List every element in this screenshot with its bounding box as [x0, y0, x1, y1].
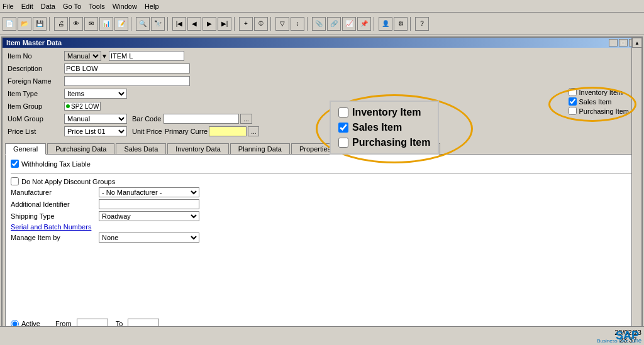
do-not-apply-checkbox[interactable]: [11, 177, 19, 185]
foreign-name-input[interactable]: [64, 76, 190, 86]
sp2-badge: SP2 LOW: [64, 102, 101, 111]
window-minimize[interactable]: _: [609, 39, 618, 47]
price-list-row: Price List Price List 01 Unit Price Prim…: [8, 126, 636, 137]
tab-content-general: Withholding Tax Liable Do Not Apply Disc…: [5, 155, 639, 345]
toolbar-word[interactable]: 📝: [114, 17, 128, 31]
toolbar-first[interactable]: |◀: [172, 17, 186, 31]
description-row: Description: [8, 63, 636, 74]
toolbar-preview[interactable]: 👁: [69, 17, 83, 31]
toolbar-sep5: [270, 17, 273, 31]
toolbar-settings[interactable]: ⚙: [394, 17, 408, 31]
serial-batch-label[interactable]: Serial and Batch Numbers: [11, 223, 99, 231]
window-title-bar: Item Master Data _ □ ×: [3, 38, 641, 48]
overlay-inventory-row: Inventory Item: [338, 107, 430, 118]
toolbar-chart[interactable]: 📈: [342, 17, 356, 31]
tab-sales-data[interactable]: Sales Data: [116, 143, 166, 154]
item-type-label: Item Type: [8, 90, 64, 97]
right-sales-item-row: Sales Item: [569, 97, 629, 106]
item-type-row: Item Type Items: [8, 88, 636, 99]
menu-help[interactable]: Help: [145, 3, 159, 10]
overlay-inventory-checkbox[interactable]: [338, 107, 348, 118]
tab-general[interactable]: General: [5, 143, 46, 155]
foreign-name-label: Foreign Name: [8, 77, 64, 85]
manage-item-label: Manage Item by: [11, 234, 99, 241]
toolbar-prev[interactable]: ◀: [187, 17, 201, 31]
barcode-input[interactable]: [164, 114, 239, 124]
toolbar-copy[interactable]: ©: [254, 17, 268, 31]
toolbar-next[interactable]: ▶: [203, 17, 216, 31]
item-no-row: Item No Manual ▼: [8, 50, 636, 62]
section-divider-1: [11, 173, 633, 173]
unit-price-browse-button[interactable]: ...: [248, 126, 259, 136]
toolbar-new[interactable]: 📄: [3, 17, 16, 31]
shipping-type-select[interactable]: Roadway: [99, 211, 199, 221]
toolbar-find[interactable]: 🔍: [136, 17, 150, 31]
barcode-browse-button[interactable]: ...: [240, 114, 252, 124]
toolbar-sep2: [131, 17, 133, 31]
tab-purchasing-data[interactable]: Purchasing Data: [47, 143, 114, 154]
menu-bar: File Edit Data Go To Tools Window Help: [0, 0, 644, 13]
uom-group-row: UoM Group Manual Bar Code ...: [8, 113, 636, 124]
right-inventory-item-row: Inventory Item: [569, 88, 629, 96]
right-sales-item-label: Sales Item: [579, 98, 612, 106]
toolbar-print[interactable]: 🖨: [54, 17, 68, 31]
unit-price-input[interactable]: [209, 126, 247, 136]
toolbar-open[interactable]: 📂: [18, 17, 31, 31]
toolbar-sep4: [234, 17, 236, 31]
toolbar-attach[interactable]: 📎: [312, 17, 326, 31]
overlay-inventory-label: Inventory Item: [352, 107, 421, 118]
toolbar-save[interactable]: 💾: [33, 17, 47, 31]
right-inventory-item-checkbox[interactable]: [569, 88, 577, 96]
toolbar-link[interactable]: 🔗: [327, 17, 341, 31]
sp2-dot: [66, 104, 70, 108]
toolbar: 📄 📂 💾 🖨 👁 ✉ 📊 📝 🔍 🔭 |◀ ◀ ▶ ▶| + © ▽ ↕ 📎 …: [0, 13, 644, 35]
toolbar-excel[interactable]: 📊: [99, 17, 113, 31]
overlay-sales-checkbox[interactable]: [338, 123, 348, 133]
do-not-apply-row: Do Not Apply Discount Groups: [11, 177, 633, 185]
toolbar-note[interactable]: 📌: [357, 17, 371, 31]
right-purchasing-item-row: Purchasing Item: [569, 107, 629, 115]
toolbar-sort[interactable]: ↕: [291, 17, 304, 31]
item-type-select[interactable]: Items: [64, 89, 127, 99]
serial-batch-row: Serial and Batch Numbers: [11, 223, 633, 231]
item-no-input[interactable]: [109, 51, 184, 61]
additional-id-input[interactable]: [99, 199, 199, 209]
right-sales-item-checkbox[interactable]: [569, 97, 577, 106]
menu-window[interactable]: Window: [113, 3, 137, 10]
right-purchasing-item-checkbox[interactable]: [569, 107, 577, 115]
price-list-select[interactable]: Price List 01: [64, 126, 127, 136]
scrollbar[interactable]: ▲ ▼: [631, 38, 641, 342]
manufacturer-label: Manufacturer: [11, 189, 99, 196]
scroll-up-button[interactable]: ▲: [632, 38, 642, 48]
currency-label: Primary Curre: [165, 128, 208, 135]
item-no-mode-select[interactable]: Manual: [64, 51, 101, 61]
manufacturer-select[interactable]: - No Manufacturer -: [99, 187, 199, 197]
tab-inventory-data[interactable]: Inventory Data: [167, 143, 229, 154]
right-purchasing-item-label: Purchasing Item: [579, 107, 629, 115]
toolbar-filter[interactable]: ▽: [275, 17, 289, 31]
menu-file[interactable]: File: [3, 3, 14, 10]
sap-logo-area: SAP Business One One: [597, 337, 641, 344]
description-input[interactable]: [64, 63, 190, 74]
overlay-sales-label: Sales Item: [352, 122, 402, 133]
toolbar-email[interactable]: ✉: [84, 17, 98, 31]
menu-data[interactable]: Data: [41, 3, 55, 10]
menu-edit[interactable]: Edit: [21, 3, 33, 10]
toolbar-last[interactable]: ▶|: [218, 17, 231, 31]
manage-item-select[interactable]: None: [99, 233, 199, 243]
menu-tools[interactable]: Tools: [89, 3, 105, 10]
price-list-label: Price List: [8, 128, 64, 135]
withholding-tax-checkbox[interactable]: [11, 160, 19, 168]
window-restore[interactable]: □: [619, 39, 628, 47]
uom-group-select[interactable]: Manual: [64, 114, 127, 124]
toolbar-binoculars[interactable]: 🔭: [151, 17, 165, 31]
right-checkboxes-area: Inventory Item Sales Item Purchasing Ite…: [569, 88, 629, 115]
toolbar-help[interactable]: ?: [415, 17, 429, 31]
tab-planning-data[interactable]: Planning Data: [230, 143, 290, 154]
toolbar-sep1: [49, 17, 52, 31]
item-no-label: Item No: [8, 52, 64, 60]
toolbar-user[interactable]: 👤: [379, 17, 392, 31]
toolbar-add[interactable]: +: [239, 17, 253, 31]
overlay-purchasing-checkbox[interactable]: [338, 138, 348, 148]
menu-goto[interactable]: Go To: [63, 3, 81, 10]
